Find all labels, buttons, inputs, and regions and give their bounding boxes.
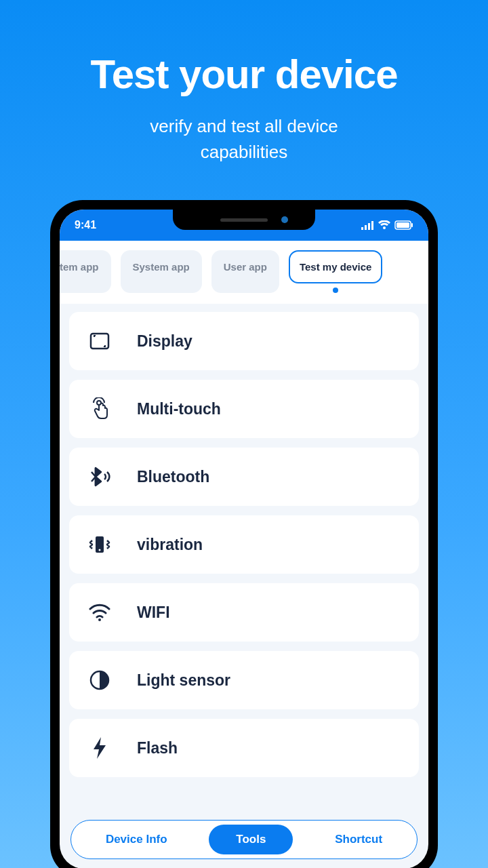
- lightsensor-icon: [88, 669, 111, 692]
- svg-rect-3: [91, 334, 108, 349]
- hero-subtitle: verify and test all device capabilities: [0, 114, 488, 165]
- battery-icon: [394, 220, 413, 230]
- hero-section: Test your device verify and test all dev…: [0, 0, 488, 165]
- svg-point-4: [97, 401, 101, 405]
- phone-notch: [173, 210, 315, 230]
- wifi-icon: [88, 601, 111, 624]
- svg-rect-1: [396, 222, 409, 228]
- test-card-display[interactable]: Display: [69, 312, 419, 370]
- test-label: Flash: [137, 739, 178, 757]
- test-card-lightsensor[interactable]: Light sensor: [69, 651, 419, 709]
- nav-shortcut[interactable]: Shortcut: [319, 825, 399, 854]
- bluetooth-icon: [88, 465, 111, 488]
- display-icon: [88, 330, 111, 353]
- test-card-vibration[interactable]: vibration: [69, 515, 419, 574]
- phone-frame: 9:41 tem app System app User app Test: [50, 200, 438, 868]
- tab-system-app[interactable]: System app: [121, 250, 202, 293]
- svg-point-7: [98, 618, 101, 621]
- bottom-nav: Device Info Tools Shortcut: [70, 820, 418, 859]
- test-label: vibration: [137, 536, 203, 554]
- wifi-icon: [378, 220, 390, 230]
- tabs-container: tem app System app User app Test my devi…: [60, 241, 428, 304]
- phone-screen: 9:41 tem app System app User app Test: [60, 210, 428, 868]
- flash-icon: [88, 736, 111, 760]
- test-label: Light sensor: [137, 671, 230, 690]
- test-label: Display: [137, 332, 192, 351]
- test-label: WIFI: [137, 604, 170, 622]
- test-card-bluetooth[interactable]: Bluetooth: [69, 448, 419, 506]
- test-card-flash[interactable]: Flash: [69, 719, 419, 777]
- signal-icon: [361, 220, 374, 230]
- tab-test-my-device[interactable]: Test my device: [289, 250, 382, 293]
- svg-rect-2: [411, 223, 413, 227]
- test-card-multitouch[interactable]: Multi-touch: [69, 380, 419, 438]
- nav-device-info[interactable]: Device Info: [89, 825, 184, 854]
- touch-icon: [88, 397, 111, 420]
- status-time: 9:41: [75, 219, 96, 231]
- test-label: Multi-touch: [137, 400, 221, 418]
- svg-point-6: [99, 549, 101, 551]
- tab-user-app[interactable]: User app: [211, 250, 279, 293]
- hero-title: Test your device: [0, 51, 488, 98]
- tab-tem-app[interactable]: tem app: [60, 250, 111, 293]
- vibration-icon: [88, 533, 111, 556]
- test-label: Bluetooth: [137, 468, 209, 486]
- test-list: Display Multi-touch Bluetooth vibration: [60, 304, 428, 785]
- test-card-wifi[interactable]: WIFI: [69, 583, 419, 642]
- nav-tools[interactable]: Tools: [209, 825, 293, 854]
